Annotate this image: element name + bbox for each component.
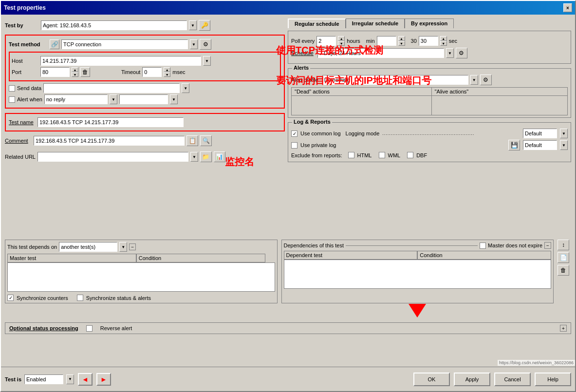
test-name-label: Test name bbox=[9, 119, 36, 125]
private-log-icon[interactable]: 💾 bbox=[508, 140, 520, 150]
depends-on-combo[interactable]: ▼ bbox=[119, 242, 127, 252]
dep-table-header: Dependent test Condition bbox=[284, 251, 552, 260]
next-arrow[interactable]: ► bbox=[96, 373, 111, 386]
test-by-row: Test by ▼ 🔑 bbox=[5, 20, 285, 31]
related-url-icon2[interactable]: 📊 bbox=[214, 151, 225, 162]
host-input[interactable] bbox=[40, 56, 201, 66]
private-log-input[interactable] bbox=[523, 140, 557, 150]
tab-expression[interactable]: By expression bbox=[405, 19, 454, 28]
help-button[interactable]: Help bbox=[535, 373, 571, 386]
apply-button[interactable]: Apply bbox=[454, 373, 490, 386]
log-reports-label: Log & Reports bbox=[292, 119, 332, 125]
html-checkbox[interactable] bbox=[348, 152, 354, 158]
logging-mode-input[interactable] bbox=[523, 129, 557, 138]
host-combo[interactable]: ▼ bbox=[203, 56, 211, 66]
send-data-combo[interactable]: ▼ bbox=[182, 83, 189, 93]
sync-counters-checkbox[interactable] bbox=[7, 295, 14, 301]
alert-when-checkbox[interactable] bbox=[9, 96, 15, 103]
cancel-button[interactable]: Cancel bbox=[494, 373, 531, 386]
wml-checkbox[interactable] bbox=[379, 152, 385, 158]
alert-profile-combo[interactable]: ▼ bbox=[470, 75, 478, 85]
send-data-input[interactable] bbox=[43, 83, 180, 93]
test-by-combo[interactable]: ▼ bbox=[189, 20, 197, 30]
schedule-combo[interactable]: ▼ bbox=[446, 48, 454, 58]
alert-when-combo[interactable]: ▼ bbox=[110, 94, 117, 104]
dep-test-body bbox=[284, 260, 552, 289]
tab-regular[interactable]: Regular schedule bbox=[288, 19, 346, 28]
test-by-input[interactable] bbox=[41, 20, 187, 30]
alerts-label: Alerts bbox=[292, 65, 310, 71]
ok-button[interactable]: OK bbox=[413, 373, 450, 386]
related-url-icon1[interactable]: 📁 bbox=[200, 151, 212, 162]
alert-when-extra[interactable] bbox=[119, 94, 168, 104]
poll-label: Poll every bbox=[291, 38, 315, 44]
send-data-checkbox[interactable] bbox=[9, 85, 15, 92]
sync-status-checkbox[interactable] bbox=[77, 295, 83, 301]
comment-icon1[interactable]: 📋 bbox=[186, 135, 198, 146]
depends-delete-btn[interactable]: 🗑 bbox=[557, 265, 569, 276]
dep-minus[interactable]: − bbox=[544, 242, 551, 249]
alert-profile-settings[interactable]: ⚙ bbox=[480, 75, 492, 85]
depends-add-btn[interactable]: ↕ bbox=[557, 240, 569, 250]
dep-header: Dependencies of this test Master does no… bbox=[284, 242, 552, 249]
test-is-combo[interactable]: ▼ bbox=[66, 374, 74, 384]
alert-actions-table: "Dead" actions "Alive actions" bbox=[291, 87, 568, 115]
related-url-combo[interactable]: ▼ bbox=[190, 152, 198, 162]
dbf-checkbox[interactable] bbox=[407, 152, 413, 158]
schedule-settings[interactable]: ⚙ bbox=[456, 48, 467, 58]
condition-header: Condition bbox=[136, 254, 265, 262]
common-log-checkbox[interactable] bbox=[291, 131, 297, 137]
test-name-row: Test name bbox=[9, 117, 281, 127]
private-log-label: Use private log bbox=[300, 142, 336, 148]
sync-counters-label: Synchronize counters bbox=[17, 295, 68, 301]
poll-sec-input[interactable] bbox=[419, 36, 438, 46]
test-by-icon-btn[interactable]: 🔑 bbox=[199, 20, 210, 31]
alert-when-input[interactable] bbox=[44, 94, 108, 104]
optional-section: Optional status processing Reverse alert… bbox=[5, 322, 571, 334]
test-method-combo[interactable]: ▼ bbox=[190, 39, 198, 49]
bottom-bar: Test is ▼ ◄ ► OK Apply Cancel Help bbox=[1, 367, 575, 391]
close-button[interactable]: × bbox=[563, 3, 572, 12]
depends-copy-btn[interactable]: 📄 bbox=[557, 252, 569, 263]
port-clear[interactable]: 🗑 bbox=[80, 67, 90, 77]
private-log-combo[interactable]: ▼ bbox=[560, 140, 568, 150]
poll-sec-spin[interactable]: ▲ ▼ bbox=[440, 36, 447, 46]
test-by-label: Test by bbox=[5, 22, 39, 28]
test-name-input[interactable] bbox=[37, 117, 184, 127]
depends-on-input[interactable] bbox=[59, 242, 117, 252]
port-spin-up[interactable]: ▲ bbox=[72, 67, 78, 72]
comment-icon2[interactable]: 🔍 bbox=[200, 135, 212, 146]
timeout-input[interactable] bbox=[142, 67, 162, 77]
test-method-settings[interactable]: ⚙ bbox=[200, 39, 211, 50]
prev-arrow[interactable]: ◄ bbox=[78, 373, 93, 386]
alert-when-extra-combo[interactable]: ▼ bbox=[170, 94, 178, 104]
tab-irregular[interactable]: Irregular schedule bbox=[346, 19, 405, 28]
private-log-checkbox[interactable] bbox=[291, 142, 297, 149]
dead-actions-header: "Dead" actions bbox=[292, 88, 432, 96]
common-log-row: Use common log Logging mode ............… bbox=[291, 129, 568, 138]
logging-mode-combo[interactable]: ▼ bbox=[560, 129, 568, 138]
depends-minus[interactable]: − bbox=[129, 243, 136, 250]
timeout-spin-down[interactable]: ▼ bbox=[164, 72, 170, 77]
comment-row: Comment 📋 🔍 bbox=[5, 135, 285, 146]
test-method-input[interactable] bbox=[61, 39, 188, 49]
test-name-box: Test name bbox=[5, 113, 285, 131]
alert-actions-row bbox=[292, 96, 568, 115]
test-is-section: Test is ▼ bbox=[5, 374, 74, 384]
port-spin-down[interactable]: ▼ bbox=[72, 72, 78, 77]
tcp-icon: 🔗 bbox=[50, 39, 59, 49]
timeout-spin[interactable]: ▲ ▼ bbox=[164, 67, 170, 77]
related-url-input[interactable] bbox=[37, 152, 188, 162]
this-test-depends-label: This test depends on bbox=[7, 244, 57, 250]
reverse-alert-checkbox[interactable] bbox=[86, 325, 93, 332]
timeout-spin-up[interactable]: ▲ bbox=[164, 67, 170, 72]
comment-input[interactable] bbox=[34, 136, 185, 146]
master-expire-checkbox[interactable] bbox=[480, 243, 486, 249]
poll-min-spin[interactable]: ▲ ▼ bbox=[398, 36, 405, 46]
left-depends-box: This test depends on ▼ − Master test Con… bbox=[5, 240, 278, 303]
optional-expand[interactable]: + bbox=[560, 325, 567, 332]
port-spin[interactable]: ▲ ▼ bbox=[72, 67, 78, 77]
timeout-unit: msec bbox=[172, 69, 185, 75]
port-input[interactable] bbox=[40, 67, 70, 77]
test-is-input[interactable] bbox=[24, 374, 63, 384]
